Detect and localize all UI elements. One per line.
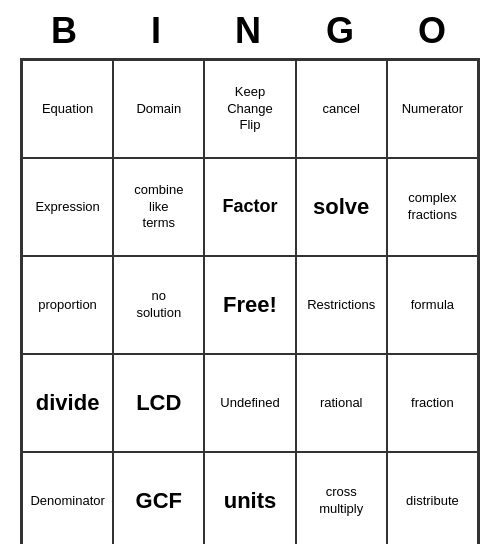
cell-r3-c0: divide bbox=[22, 354, 113, 452]
cell-r1-c1: combineliketerms bbox=[113, 158, 204, 256]
cell-r1-c3: solve bbox=[296, 158, 387, 256]
cell-r2-c0: proportion bbox=[22, 256, 113, 354]
title-i: I bbox=[116, 10, 200, 52]
cell-r3-c1: LCD bbox=[113, 354, 204, 452]
cell-r1-c0: Expression bbox=[22, 158, 113, 256]
cell-r4-c1: GCF bbox=[113, 452, 204, 544]
cell-r0-c3: cancel bbox=[296, 60, 387, 158]
bingo-title: B I N G O bbox=[20, 0, 480, 58]
cell-r4-c4: distribute bbox=[387, 452, 478, 544]
cell-r0-c4: Numerator bbox=[387, 60, 478, 158]
cell-r2-c2: Free! bbox=[204, 256, 295, 354]
title-o: O bbox=[392, 10, 476, 52]
title-b: B bbox=[24, 10, 108, 52]
cell-r0-c0: Equation bbox=[22, 60, 113, 158]
cell-r3-c2: Undefined bbox=[204, 354, 295, 452]
cell-r1-c4: complexfractions bbox=[387, 158, 478, 256]
cell-r4-c3: crossmultiply bbox=[296, 452, 387, 544]
cell-r3-c4: fraction bbox=[387, 354, 478, 452]
bingo-grid: EquationDomainKeepChangeFlipcancelNumera… bbox=[20, 58, 480, 544]
cell-r4-c2: units bbox=[204, 452, 295, 544]
cell-r2-c3: Restrictions bbox=[296, 256, 387, 354]
cell-r3-c3: rational bbox=[296, 354, 387, 452]
cell-r2-c4: formula bbox=[387, 256, 478, 354]
title-n: N bbox=[208, 10, 292, 52]
cell-r0-c1: Domain bbox=[113, 60, 204, 158]
cell-r4-c0: Denominator bbox=[22, 452, 113, 544]
cell-r1-c2: Factor bbox=[204, 158, 295, 256]
cell-r0-c2: KeepChangeFlip bbox=[204, 60, 295, 158]
cell-r2-c1: nosolution bbox=[113, 256, 204, 354]
title-g: G bbox=[300, 10, 384, 52]
